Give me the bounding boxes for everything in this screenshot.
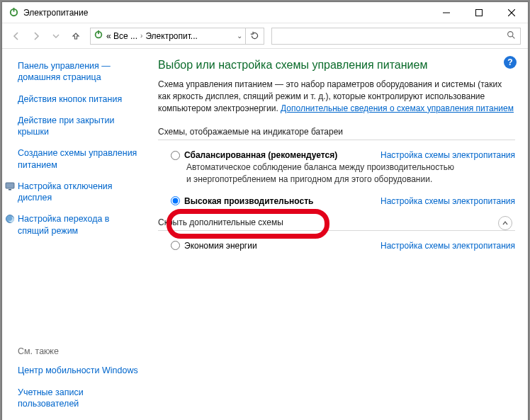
plan-radio-label[interactable]: Экономия энергии [171,241,380,251]
maximize-button[interactable] [463,2,495,23]
power-icon [8,7,19,18]
configure-plan-link[interactable]: Настройка схемы электропитания [380,150,515,160]
power-icon [94,30,103,42]
control-panel-home-link[interactable]: Панель управления — домашняя страница [18,60,151,84]
breadcrumb-segment[interactable]: « Все ... [106,31,137,41]
window-controls [430,2,528,23]
navigation-bar: « Все ... › Электропит... ⌄ [2,23,528,49]
section-header-visible-plans: Схемы, отображаемые на индикаторе батаре… [158,127,515,137]
main-content: ? Выбор или настройка схемы управления п… [151,49,528,420]
see-also-link[interactable]: Центр мобильности Windows [18,365,151,376]
search-icon [507,30,516,42]
plan-name: Сбалансированная (рекомендуется) [184,150,337,160]
plan-description: Автоматическое соблюдение баланса между … [158,161,456,188]
power-options-window: Электропитание [1,1,529,420]
plan-radio-label[interactable]: Высокая производительность [171,196,380,206]
page-description: Схема управления питанием — это набор па… [158,79,515,114]
svg-rect-10 [6,183,14,188]
breadcrumb-segment[interactable]: Электропит... [145,31,198,41]
power-plan-high-performance: Высокая производительность Настройка схе… [158,189,515,213]
svg-rect-3 [476,9,483,16]
content-body: Панель управления — домашняя страница Де… [2,49,528,420]
close-button[interactable] [495,2,528,23]
sidebar-item-display-off: Настройка отключения дисплея [5,181,151,204]
svg-point-8 [508,31,513,36]
see-also-link[interactable]: Учетные записи пользователей [18,387,151,410]
configure-plan-link[interactable]: Настройка схемы электропитания [380,241,515,251]
sidebar: Панель управления — домашняя страница Де… [2,49,151,420]
sidebar-link[interactable]: Действия кнопок питания [18,93,151,105]
divider [158,230,515,231]
window-title: Электропитание [23,8,88,18]
svg-rect-1 [13,8,14,12]
see-also-header: См. также [18,346,151,356]
forward-button[interactable] [26,26,46,46]
sidebar-link[interactable]: Настройка перехода в спящий режим [18,213,142,237]
svg-line-9 [512,36,514,38]
refresh-button[interactable] [246,28,264,45]
address-dropdown-icon[interactable]: ⌄ [237,32,242,40]
titlebar: Электропитание [2,2,528,23]
sidebar-item-sleep: Настройка перехода в спящий режим [5,213,151,237]
sidebar-link[interactable]: Создание схемы управления питанием [18,147,151,171]
divider [158,140,515,140]
plan-radio-label[interactable]: Сбалансированная (рекомендуется) [171,150,380,160]
help-button[interactable]: ? [504,56,517,69]
plan-radio[interactable] [171,151,180,160]
power-plan-balanced: Сбалансированная (рекомендуется) Настрой… [158,147,515,161]
page-title: Выбор или настройка схемы управления пит… [158,59,515,72]
plan-name: Экономия энергии [184,241,257,251]
chevron-right-icon: › [140,32,142,40]
minimize-button[interactable] [430,2,463,23]
up-button[interactable] [66,26,86,46]
plan-radio[interactable] [171,241,180,250]
configure-plan-link[interactable]: Настройка схемы электропитания [380,196,515,206]
svg-rect-11 [9,189,11,191]
plan-name: Высокая производительность [184,196,313,206]
sleep-icon [5,214,15,224]
search-input[interactable] [271,28,521,45]
recent-dropdown-button[interactable] [46,26,66,46]
back-button[interactable] [6,26,26,46]
svg-rect-7 [98,30,99,34]
power-plan-power-saver: Экономия энергии Настройка схемы электро… [158,238,515,252]
section-header-hide-plans: Скрыть дополнительные схемы [158,217,515,227]
plan-radio[interactable] [171,196,180,205]
sidebar-link[interactable]: Действие при закрытии крышки [18,115,151,138]
more-info-link[interactable]: Дополнительные сведения о схемах управле… [281,103,514,113]
display-icon [5,181,15,191]
address-bar[interactable]: « Все ... › Электропит... ⌄ [90,28,246,45]
sidebar-link[interactable]: Настройка отключения дисплея [18,181,142,204]
collapse-button[interactable] [498,216,512,230]
